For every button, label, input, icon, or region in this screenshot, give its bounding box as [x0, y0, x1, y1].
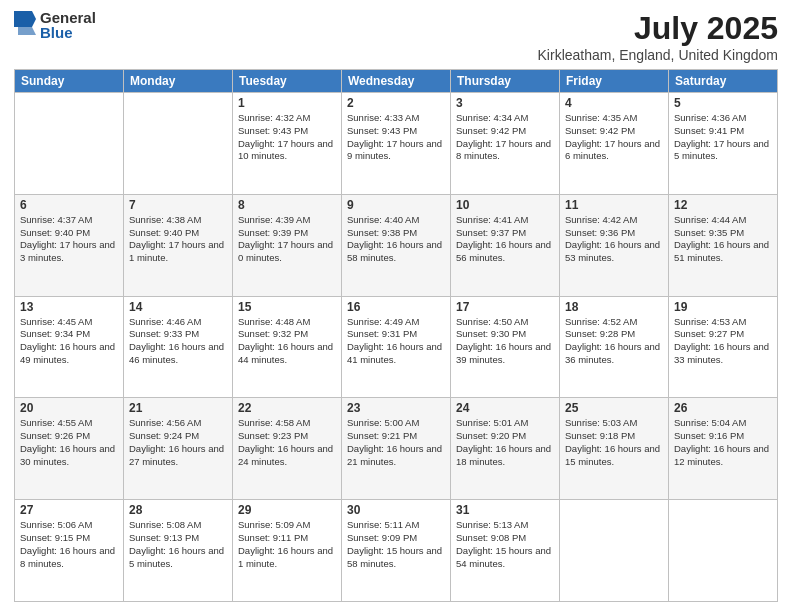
logo-icon	[14, 11, 36, 39]
calendar-week-4: 20Sunrise: 4:55 AM Sunset: 9:26 PM Dayli…	[15, 398, 778, 500]
calendar-cell	[560, 500, 669, 602]
day-number: 27	[20, 503, 118, 517]
day-number: 16	[347, 300, 445, 314]
day-info: Sunrise: 5:09 AM Sunset: 9:11 PM Dayligh…	[238, 519, 336, 570]
svg-marker-1	[18, 27, 36, 35]
title-block: July 2025 Kirkleatham, England, United K…	[538, 10, 778, 63]
calendar-cell: 21Sunrise: 4:56 AM Sunset: 9:24 PM Dayli…	[124, 398, 233, 500]
day-info: Sunrise: 4:40 AM Sunset: 9:38 PM Dayligh…	[347, 214, 445, 265]
day-number: 23	[347, 401, 445, 415]
calendar-header-row: Sunday Monday Tuesday Wednesday Thursday…	[15, 70, 778, 93]
calendar-cell: 10Sunrise: 4:41 AM Sunset: 9:37 PM Dayli…	[451, 194, 560, 296]
col-monday: Monday	[124, 70, 233, 93]
col-sunday: Sunday	[15, 70, 124, 93]
day-info: Sunrise: 4:34 AM Sunset: 9:42 PM Dayligh…	[456, 112, 554, 163]
calendar-cell: 25Sunrise: 5:03 AM Sunset: 9:18 PM Dayli…	[560, 398, 669, 500]
calendar-table: Sunday Monday Tuesday Wednesday Thursday…	[14, 69, 778, 602]
day-info: Sunrise: 4:58 AM Sunset: 9:23 PM Dayligh…	[238, 417, 336, 468]
day-info: Sunrise: 4:46 AM Sunset: 9:33 PM Dayligh…	[129, 316, 227, 367]
calendar-cell: 26Sunrise: 5:04 AM Sunset: 9:16 PM Dayli…	[669, 398, 778, 500]
day-info: Sunrise: 5:08 AM Sunset: 9:13 PM Dayligh…	[129, 519, 227, 570]
day-info: Sunrise: 5:06 AM Sunset: 9:15 PM Dayligh…	[20, 519, 118, 570]
col-friday: Friday	[560, 70, 669, 93]
day-number: 10	[456, 198, 554, 212]
day-number: 17	[456, 300, 554, 314]
col-thursday: Thursday	[451, 70, 560, 93]
calendar-week-1: 1Sunrise: 4:32 AM Sunset: 9:43 PM Daylig…	[15, 93, 778, 195]
day-number: 5	[674, 96, 772, 110]
day-info: Sunrise: 4:55 AM Sunset: 9:26 PM Dayligh…	[20, 417, 118, 468]
calendar-cell: 28Sunrise: 5:08 AM Sunset: 9:13 PM Dayli…	[124, 500, 233, 602]
col-saturday: Saturday	[669, 70, 778, 93]
calendar-cell: 16Sunrise: 4:49 AM Sunset: 9:31 PM Dayli…	[342, 296, 451, 398]
day-info: Sunrise: 5:01 AM Sunset: 9:20 PM Dayligh…	[456, 417, 554, 468]
calendar-cell	[124, 93, 233, 195]
day-info: Sunrise: 4:33 AM Sunset: 9:43 PM Dayligh…	[347, 112, 445, 163]
calendar-cell: 7Sunrise: 4:38 AM Sunset: 9:40 PM Daylig…	[124, 194, 233, 296]
logo-text: General Blue	[40, 10, 96, 40]
calendar-cell: 22Sunrise: 4:58 AM Sunset: 9:23 PM Dayli…	[233, 398, 342, 500]
day-number: 2	[347, 96, 445, 110]
day-number: 14	[129, 300, 227, 314]
day-number: 29	[238, 503, 336, 517]
calendar-cell: 5Sunrise: 4:36 AM Sunset: 9:41 PM Daylig…	[669, 93, 778, 195]
calendar-cell	[15, 93, 124, 195]
calendar-week-2: 6Sunrise: 4:37 AM Sunset: 9:40 PM Daylig…	[15, 194, 778, 296]
calendar-cell: 23Sunrise: 5:00 AM Sunset: 9:21 PM Dayli…	[342, 398, 451, 500]
day-number: 22	[238, 401, 336, 415]
day-info: Sunrise: 4:35 AM Sunset: 9:42 PM Dayligh…	[565, 112, 663, 163]
day-number: 11	[565, 198, 663, 212]
day-number: 18	[565, 300, 663, 314]
day-info: Sunrise: 5:11 AM Sunset: 9:09 PM Dayligh…	[347, 519, 445, 570]
day-info: Sunrise: 4:48 AM Sunset: 9:32 PM Dayligh…	[238, 316, 336, 367]
day-number: 21	[129, 401, 227, 415]
day-info: Sunrise: 4:44 AM Sunset: 9:35 PM Dayligh…	[674, 214, 772, 265]
calendar-cell: 27Sunrise: 5:06 AM Sunset: 9:15 PM Dayli…	[15, 500, 124, 602]
calendar-week-3: 13Sunrise: 4:45 AM Sunset: 9:34 PM Dayli…	[15, 296, 778, 398]
calendar-cell: 6Sunrise: 4:37 AM Sunset: 9:40 PM Daylig…	[15, 194, 124, 296]
logo-blue-text: Blue	[40, 25, 96, 40]
calendar-cell: 29Sunrise: 5:09 AM Sunset: 9:11 PM Dayli…	[233, 500, 342, 602]
day-info: Sunrise: 4:45 AM Sunset: 9:34 PM Dayligh…	[20, 316, 118, 367]
logo-general-text: General	[40, 10, 96, 25]
calendar-cell: 11Sunrise: 4:42 AM Sunset: 9:36 PM Dayli…	[560, 194, 669, 296]
calendar-cell: 15Sunrise: 4:48 AM Sunset: 9:32 PM Dayli…	[233, 296, 342, 398]
day-number: 9	[347, 198, 445, 212]
calendar-cell: 9Sunrise: 4:40 AM Sunset: 9:38 PM Daylig…	[342, 194, 451, 296]
calendar-cell: 24Sunrise: 5:01 AM Sunset: 9:20 PM Dayli…	[451, 398, 560, 500]
day-number: 25	[565, 401, 663, 415]
day-info: Sunrise: 4:38 AM Sunset: 9:40 PM Dayligh…	[129, 214, 227, 265]
day-number: 13	[20, 300, 118, 314]
day-number: 4	[565, 96, 663, 110]
day-info: Sunrise: 5:04 AM Sunset: 9:16 PM Dayligh…	[674, 417, 772, 468]
day-number: 20	[20, 401, 118, 415]
logo: General Blue	[14, 10, 96, 40]
day-number: 28	[129, 503, 227, 517]
svg-marker-0	[14, 11, 36, 27]
calendar-cell: 14Sunrise: 4:46 AM Sunset: 9:33 PM Dayli…	[124, 296, 233, 398]
day-info: Sunrise: 4:50 AM Sunset: 9:30 PM Dayligh…	[456, 316, 554, 367]
header: General Blue July 2025 Kirkleatham, Engl…	[14, 10, 778, 63]
day-info: Sunrise: 4:52 AM Sunset: 9:28 PM Dayligh…	[565, 316, 663, 367]
day-info: Sunrise: 4:53 AM Sunset: 9:27 PM Dayligh…	[674, 316, 772, 367]
day-number: 12	[674, 198, 772, 212]
calendar-week-5: 27Sunrise: 5:06 AM Sunset: 9:15 PM Dayli…	[15, 500, 778, 602]
calendar-cell: 4Sunrise: 4:35 AM Sunset: 9:42 PM Daylig…	[560, 93, 669, 195]
calendar-cell: 18Sunrise: 4:52 AM Sunset: 9:28 PM Dayli…	[560, 296, 669, 398]
day-number: 8	[238, 198, 336, 212]
calendar-cell: 8Sunrise: 4:39 AM Sunset: 9:39 PM Daylig…	[233, 194, 342, 296]
day-number: 15	[238, 300, 336, 314]
day-info: Sunrise: 5:03 AM Sunset: 9:18 PM Dayligh…	[565, 417, 663, 468]
day-number: 19	[674, 300, 772, 314]
day-number: 30	[347, 503, 445, 517]
day-number: 6	[20, 198, 118, 212]
day-number: 26	[674, 401, 772, 415]
page: General Blue July 2025 Kirkleatham, Engl…	[0, 0, 792, 612]
calendar-cell: 20Sunrise: 4:55 AM Sunset: 9:26 PM Dayli…	[15, 398, 124, 500]
col-tuesday: Tuesday	[233, 70, 342, 93]
day-info: Sunrise: 5:13 AM Sunset: 9:08 PM Dayligh…	[456, 519, 554, 570]
day-info: Sunrise: 4:37 AM Sunset: 9:40 PM Dayligh…	[20, 214, 118, 265]
col-wednesday: Wednesday	[342, 70, 451, 93]
main-title: July 2025	[538, 10, 778, 47]
day-number: 31	[456, 503, 554, 517]
